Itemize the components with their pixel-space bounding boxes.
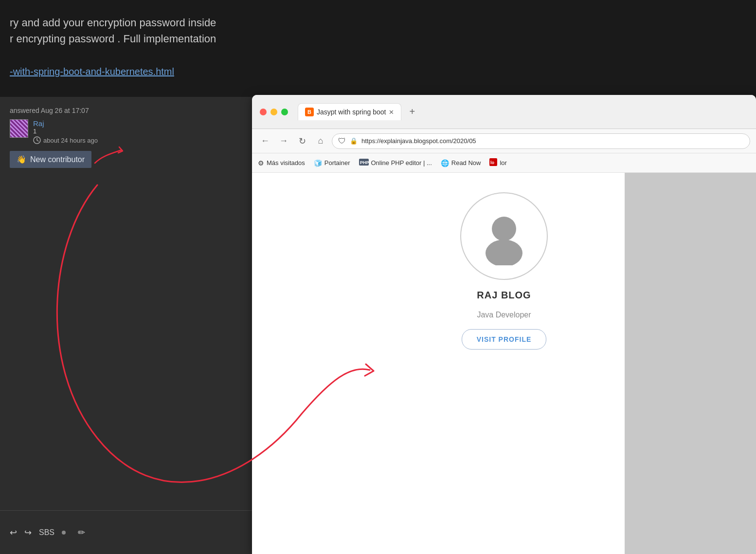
- avatar-svg: [475, 207, 533, 265]
- top-text: ry and add your encryption password insi…: [10, 15, 243, 47]
- bookmark-read-now[interactable]: 🌐 Read Now: [441, 159, 481, 167]
- bookmark-lor[interactable]: lo lor: [489, 158, 506, 167]
- user-time: about 24 hours ago: [33, 136, 98, 144]
- wave-icon: 👋: [17, 155, 26, 164]
- svg-point-5: [492, 217, 516, 241]
- so-panel: ry and add your encryption password insi…: [0, 0, 258, 554]
- active-tab[interactable]: B Jasypt with spring boot ✕: [298, 103, 401, 120]
- profile-title: Java Developer: [477, 311, 531, 319]
- avatar: [10, 119, 28, 138]
- new-contributor-label: New contributor: [30, 155, 85, 164]
- new-contributor-badge: 👋 New contributor: [10, 151, 91, 168]
- tab-area: B Jasypt with spring boot ✕ +: [298, 103, 748, 120]
- so-top-section: ry and add your encryption password insi…: [0, 0, 258, 97]
- user-info: Raj 1 about 24 hours ago: [33, 119, 98, 144]
- toolbar-label: SBS: [39, 528, 54, 537]
- shield-icon: 🛡: [338, 137, 346, 146]
- tab-close-button[interactable]: ✕: [389, 109, 394, 116]
- bookmark-label: Más visitados: [267, 159, 305, 166]
- refresh-button[interactable]: ↻: [295, 134, 309, 148]
- svg-text:lo: lo: [490, 160, 495, 165]
- profile-avatar: [460, 192, 548, 280]
- redo-button[interactable]: ↪: [24, 527, 32, 538]
- toolbar-dot: [62, 531, 66, 535]
- answer-section: answered Aug 26 at 17:07 Raj 1 about 24 …: [0, 97, 258, 173]
- bookmark-label: Online PHP editor | ...: [371, 159, 432, 166]
- spring-boot-link[interactable]: -with-spring-boot-and-kubernetes.html: [10, 56, 243, 82]
- traffic-lights: [260, 109, 288, 115]
- pencil-icon[interactable]: ✏: [78, 527, 85, 538]
- profile-card: RAJ BLOG Java Developer VISIT PROFILE: [431, 192, 577, 350]
- bookmark-label: Portainer: [324, 159, 350, 166]
- visit-profile-button[interactable]: VISIT PROFILE: [462, 329, 547, 350]
- so-toolbar: ↩ ↪ SBS ✏: [0, 510, 258, 554]
- answer-meta: answered Aug 26 at 17:07: [10, 107, 248, 114]
- avatar-image: [10, 120, 28, 137]
- svg-point-6: [486, 240, 522, 265]
- home-button[interactable]: ⌂: [313, 134, 328, 148]
- svg-text:PHP: PHP: [360, 160, 369, 165]
- browser-chrome: B Jasypt with spring boot ✕ +: [252, 95, 756, 129]
- blogger-icon: B: [305, 108, 314, 116]
- lor-icon: lo: [489, 158, 497, 167]
- user-row: Raj 1 about 24 hours ago: [10, 119, 248, 144]
- user-rep: 1: [33, 128, 98, 135]
- browser-window: B Jasypt with spring boot ✕ + ← → ↻ ⌂ 🛡 …: [252, 95, 756, 554]
- globe-icon: 🌐: [441, 159, 449, 167]
- bookmarks-bar: ⚙ Más visitados 🧊 Portainer PHP Online P…: [252, 153, 756, 173]
- maximize-traffic-light[interactable]: [281, 109, 288, 115]
- tab-title: Jasypt with spring boot: [317, 108, 386, 116]
- portainer-icon: 🧊: [314, 159, 322, 167]
- bookmark-php-editor[interactable]: PHP Online PHP editor | ...: [359, 159, 432, 167]
- bookmark-read-now-label: Read Now: [451, 159, 481, 166]
- close-traffic-light[interactable]: [260, 109, 267, 115]
- bookmark-portainer[interactable]: 🧊 Portainer: [314, 159, 350, 167]
- lock-icon: 🔒: [350, 137, 358, 145]
- gear-icon: ⚙: [258, 159, 264, 167]
- bookmark-mas-visitados[interactable]: ⚙ Más visitados: [258, 159, 305, 167]
- address-bar[interactable]: 🛡 🔒 https://explainjava.blogspot.com/202…: [332, 133, 750, 149]
- user-name[interactable]: Raj: [33, 119, 98, 128]
- minimize-traffic-light[interactable]: [270, 109, 277, 115]
- profile-name: RAJ BLOG: [477, 290, 531, 301]
- undo-button[interactable]: ↩: [10, 527, 17, 538]
- browser-nav: ← → ↻ ⌂ 🛡 🔒 https://explainjava.blogspot…: [252, 129, 756, 153]
- back-button[interactable]: ←: [258, 134, 272, 148]
- bookmark-label: lor: [500, 159, 506, 166]
- forward-button[interactable]: →: [276, 134, 291, 148]
- php-icon: PHP: [359, 159, 369, 167]
- url-text: https://explainjava.blogspot.com/2020/05: [361, 137, 476, 145]
- new-tab-button[interactable]: +: [405, 104, 419, 119]
- right-panel: [625, 173, 756, 554]
